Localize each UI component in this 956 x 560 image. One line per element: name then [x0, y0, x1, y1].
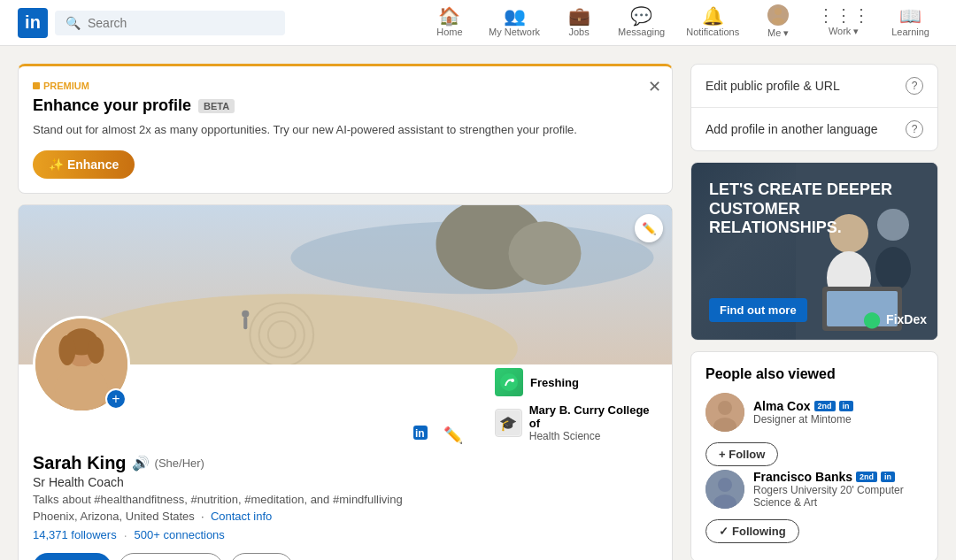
- jobs-icon: 💼: [568, 7, 590, 25]
- open-to-button[interactable]: Open to: [33, 553, 112, 560]
- nav-notifications[interactable]: 🔔 Notifications: [677, 0, 748, 46]
- francisco-info: Francisco Banks 2nd in Rogers University…: [753, 470, 923, 509]
- nav-messaging-label: Messaging: [618, 27, 665, 37]
- followers-row: 14,371 followers · 500+ connections: [33, 528, 466, 542]
- linkedin-share-button[interactable]: in: [408, 420, 433, 449]
- svg-point-1: [772, 18, 784, 25]
- nav-messaging[interactable]: 💬 Messaging: [609, 0, 674, 46]
- edit-profile-card: Edit public profile & URL ? Add profile …: [690, 64, 938, 151]
- company-info-section: Freshing 🎓 Mary B. Curry College of: [481, 368, 658, 560]
- nav-network[interactable]: 👥 My Network: [480, 0, 549, 46]
- nav-jobs[interactable]: 💼 Jobs: [552, 0, 605, 46]
- add-language-item[interactable]: Add profile in another language ?: [691, 108, 937, 150]
- profile-flex-layout: + in ✏️: [33, 364, 658, 560]
- people-viewed-title: People also viewed: [705, 366, 923, 382]
- nav-learning[interactable]: 📖 Learning: [883, 0, 938, 46]
- edit-cover-button[interactable]: ✏️: [635, 214, 663, 242]
- svg-point-21: [500, 373, 518, 391]
- svg-text:in: in: [415, 427, 425, 440]
- nav-me[interactable]: Me ▾: [752, 0, 805, 46]
- profile-card: ✏️: [18, 204, 673, 560]
- fixdex-icon: ⬤: [863, 310, 881, 329]
- search-input[interactable]: [88, 16, 274, 30]
- add-photo-button[interactable]: +: [105, 388, 127, 410]
- profile-name: Sarah King: [33, 453, 127, 473]
- alma-avatar: [705, 393, 744, 432]
- contact-info-link[interactable]: Contact info: [211, 510, 272, 523]
- nav-notifications-label: Notifications: [686, 27, 739, 37]
- people-also-viewed-card: People also viewed Alma Cox 2nd: [690, 351, 938, 560]
- svg-point-18: [88, 337, 104, 364]
- more-button[interactable]: More: [230, 553, 293, 560]
- search-bar[interactable]: 🔍: [55, 11, 285, 35]
- close-premium-button[interactable]: ✕: [648, 77, 661, 96]
- action-buttons: Open to Add section More: [33, 553, 466, 560]
- svg-point-0: [775, 8, 782, 15]
- network-icon: 👥: [504, 7, 526, 25]
- ad-cta-button[interactable]: Find out more: [709, 298, 807, 322]
- svg-rect-10: [243, 317, 247, 329]
- page-layout: PREMIUM Enhance your profile BETA Stand …: [0, 46, 956, 560]
- add-section-button[interactable]: Add section: [119, 553, 223, 560]
- connections-link[interactable]: 500+ connections: [135, 528, 225, 542]
- nav-network-label: My Network: [489, 27, 540, 37]
- beta-badge: BETA: [198, 99, 235, 113]
- school-logo: 🎓: [495, 409, 522, 437]
- check-icon: ✓: [719, 525, 729, 538]
- nav-work[interactable]: ⋮⋮⋮ Work ▾: [808, 0, 879, 46]
- freshing-logo: [495, 368, 523, 396]
- alma-role: Designer at Mintome: [753, 413, 923, 426]
- followers-link[interactable]: 14,371 followers: [33, 528, 117, 542]
- svg-point-22: [511, 379, 514, 382]
- profile-title: Sr Health Coach: [33, 475, 466, 489]
- ad-image: LET'S CREATE DEEPER CUSTOMER RELATIONSHI…: [691, 163, 937, 340]
- ad-brand-name: FixDex: [886, 312, 927, 326]
- person-row-alma: Alma Cox 2nd in Designer at Mintome: [705, 393, 923, 432]
- add-language-label: Add profile in another language: [705, 122, 878, 136]
- alma-name: Alma Cox 2nd in: [753, 399, 923, 413]
- nav-jobs-label: Jobs: [568, 27, 589, 37]
- alma-degree: 2nd: [814, 401, 836, 411]
- pencil-icon: ✏️: [642, 222, 657, 235]
- profile-pronouns: (She/Her): [155, 456, 204, 470]
- follow-alma-button[interactable]: + Follow: [705, 442, 778, 466]
- company-row-1: Freshing: [495, 368, 658, 396]
- main-column: PREMIUM Enhance your profile BETA Stand …: [18, 64, 673, 560]
- nav-home[interactable]: 🏠 Home: [423, 0, 476, 46]
- nav-me-label: Me ▾: [767, 27, 789, 39]
- linkedin-logo[interactable]: in: [18, 8, 48, 38]
- profile-name-row: Sarah King 🔊 (She/Her): [33, 453, 466, 473]
- edit-public-profile-item[interactable]: Edit public profile & URL ?: [691, 65, 937, 108]
- profile-body: + in ✏️: [19, 364, 672, 560]
- premium-dot: [33, 82, 40, 89]
- following-francisco-button[interactable]: ✓ Following: [705, 519, 799, 543]
- ad-headline: LET'S CREATE DEEPER CUSTOMER RELATIONSHI…: [709, 180, 920, 238]
- company-row-2: 🎓 Mary B. Curry College of Health Scienc…: [495, 403, 658, 442]
- edit-profile-label: Edit public profile & URL: [705, 79, 840, 93]
- ad-brand: ⬤ FixDex: [863, 310, 927, 329]
- francisco-avatar: [705, 470, 744, 509]
- avatar-wrap: +: [33, 316, 130, 413]
- edit-profile-button[interactable]: ✏️: [440, 420, 466, 449]
- svg-point-5: [509, 221, 582, 285]
- person-item-francisco: Francisco Banks 2nd in Rogers University…: [705, 470, 923, 543]
- francisco-name: Francisco Banks 2nd in: [753, 470, 923, 484]
- profile-topics: Talks about #healthandfitness, #nutritio…: [33, 493, 466, 506]
- company2-info: Mary B. Curry College of Health Science: [529, 403, 658, 442]
- company2-name: Mary B. Curry College of: [529, 403, 658, 430]
- nav-items: 🏠 Home 👥 My Network 💼 Jobs 💬 Messaging 🔔…: [423, 0, 938, 46]
- navbar: in 🔍 🏠 Home 👥 My Network 💼 Jobs 💬 Messag…: [0, 0, 956, 46]
- premium-card: PREMIUM Enhance your profile BETA Stand …: [18, 64, 673, 194]
- svg-point-17: [58, 335, 75, 365]
- messaging-icon: 💬: [630, 7, 652, 25]
- enhance-button[interactable]: ✨ Enhance: [33, 150, 135, 179]
- profile-location: Phoenix, Arizona, United States · Contac…: [33, 510, 466, 523]
- home-icon: 🏠: [438, 7, 460, 25]
- nav-work-label: Work ▾: [829, 26, 860, 37]
- company2-sub: Health Science: [529, 430, 658, 442]
- svg-point-15: [55, 366, 109, 413]
- person-item-alma: Alma Cox 2nd in Designer at Mintome + Fo…: [705, 393, 923, 466]
- nav-learning-label: Learning: [891, 27, 929, 37]
- help-icon: ?: [906, 77, 923, 95]
- premium-label: PREMIUM: [33, 81, 658, 91]
